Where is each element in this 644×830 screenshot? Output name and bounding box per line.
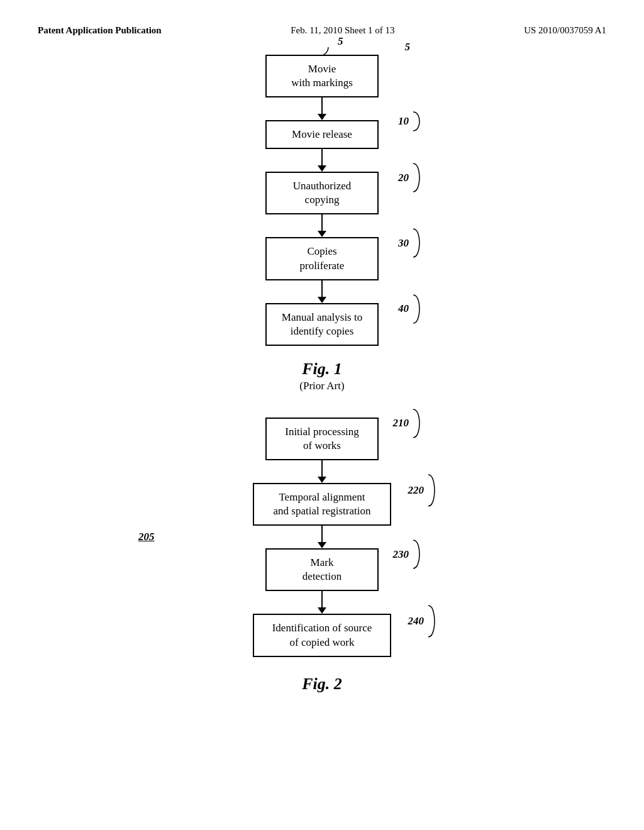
arrow-3 [318, 214, 326, 237]
box-copies: Copiesproliferate [265, 237, 379, 280]
brace-220 [425, 472, 444, 509]
brace-30 [410, 226, 429, 260]
fig2-title: Fig. 2 [302, 675, 342, 694]
header-left: Patent Application Publication [38, 25, 162, 36]
ref-40-wrapper: 40 [398, 292, 429, 326]
box-temporal: Temporal alignmentand spatial registrati… [253, 483, 391, 526]
box-manual: Manual analysis toidentify copies [265, 303, 379, 346]
box-row-manual: Manual analysis toidentify copies 40 [265, 303, 379, 346]
arrow-5 [318, 460, 326, 483]
box-movie-markings: Moviewith markings [265, 55, 379, 97]
diagram-area: 5 5 Moviewith markings Movie release [38, 55, 606, 695]
ref-240-wrapper: 240 [408, 602, 445, 640]
ref-40: 40 [398, 302, 409, 315]
arrow-7 [318, 591, 326, 614]
ref-220-wrapper: 220 [408, 472, 445, 509]
ref-210: 210 [393, 417, 409, 429]
arrow-1 [318, 97, 326, 120]
brace-240 [425, 602, 444, 640]
box-unauthorized: Unauthorizedcopying [265, 172, 379, 214]
box-row-identification: Identification of sourceof copied work 2… [253, 614, 391, 656]
ref-10: 10 [398, 115, 409, 128]
header-right: US 2010/0037059 A1 [524, 25, 606, 36]
ref-30-wrapper: 30 [398, 226, 429, 260]
ref-240: 240 [408, 615, 425, 628]
brace-40 [410, 292, 429, 326]
box-row-temporal: Temporal alignmentand spatial registrati… [253, 483, 391, 526]
box-mark: Markdetection [265, 548, 379, 591]
box-row-copies: Copiesproliferate 30 [265, 237, 379, 280]
brace-230 [410, 537, 429, 572]
box-row-movie-release: Movie release 10 [265, 120, 379, 149]
brace-20 [410, 160, 429, 195]
label-205: 205 [138, 531, 155, 543]
box-initial: Initial processingof works [265, 418, 379, 460]
ref-210-wrapper: 210 [393, 406, 430, 441]
arrow-4 [318, 280, 326, 303]
ref-230: 230 [393, 548, 409, 561]
ref-10-wrapper: 10 [398, 109, 429, 134]
fig1-section: 5 5 Moviewith markings Movie release [38, 55, 606, 405]
box-row-initial: Initial processingof works 210 [265, 418, 379, 460]
box-row-movie-markings: Moviewith markings [265, 55, 379, 97]
box-row-mark: Markdetection 230 [265, 548, 379, 591]
box-movie-release: Movie release [265, 120, 379, 149]
ref-30: 30 [398, 237, 409, 250]
brace-10 [410, 109, 429, 134]
arrow-6 [318, 526, 326, 548]
fig2-section: 205 Initial processingof works 210 [38, 418, 606, 695]
arrow-2 [318, 149, 326, 172]
box-identification: Identification of sourceof copied work [253, 614, 391, 656]
ref-20: 20 [398, 172, 409, 184]
ref-230-wrapper: 230 [393, 537, 430, 572]
ref-220: 220 [408, 484, 425, 497]
svg-text:5: 5 [338, 35, 343, 47]
fig1-title: Fig. 1 [302, 360, 342, 379]
box-row-unauthorized: Unauthorizedcopying 20 [265, 172, 379, 214]
ref-20-wrapper: 20 [398, 160, 429, 195]
fig1-subtitle: (Prior Art) [299, 380, 344, 392]
brace-210 [410, 406, 429, 441]
